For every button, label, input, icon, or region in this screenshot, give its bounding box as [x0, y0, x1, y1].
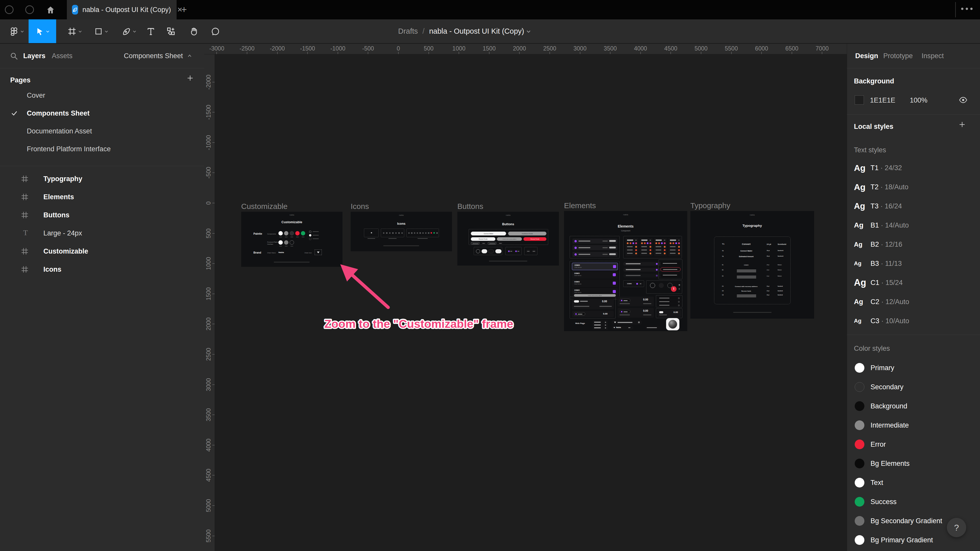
- text-style-row[interactable]: Ag B3 · 11/13: [847, 254, 980, 273]
- comment-tool-button[interactable]: [206, 19, 225, 43]
- frame-tool-button[interactable]: [63, 19, 86, 43]
- move-tool-button[interactable]: [29, 19, 56, 43]
- decor: [632, 242, 634, 244]
- color-style-row[interactable]: Intermediate: [847, 416, 980, 435]
- page-row[interactable]: Cover: [0, 87, 204, 105]
- ruler-vertical[interactable]: -2000-1500-1000-500050010001500200025003…: [204, 54, 215, 551]
- page-row[interactable]: Components Sheet: [0, 105, 204, 122]
- tab-assets[interactable]: Assets: [52, 52, 73, 60]
- frame-label[interactable]: Icons: [351, 202, 369, 211]
- decor: [274, 262, 310, 262]
- canvas[interactable]: CustomizablenablaCustomizablePaletteComp…: [215, 54, 847, 551]
- hand-tool-button[interactable]: [184, 19, 204, 43]
- document-tab[interactable]: nabla - Outpost UI Kit (Copy) ✕: [67, 0, 177, 19]
- background-row[interactable]: 1E1E1E 100%: [847, 93, 980, 108]
- layer-name: Buttons: [43, 211, 69, 219]
- text-tool-button[interactable]: [142, 19, 160, 43]
- chevron-up-icon: [187, 54, 192, 58]
- page-selector[interactable]: Components Sheet: [124, 52, 192, 60]
- decor: [515, 251, 517, 252]
- tab-prototype[interactable]: Prototype: [883, 52, 913, 60]
- breadcrumb[interactable]: Drafts / nabla - Outpost UI Kit (Copy): [398, 19, 531, 43]
- notifications-circle-icon[interactable]: [25, 5, 34, 14]
- page-row[interactable]: Documentation Asset: [0, 122, 204, 140]
- ruler-label: 500: [424, 45, 433, 52]
- tab-switcher-icon[interactable]: [5, 5, 14, 14]
- decor: [659, 259, 682, 279]
- background-hex[interactable]: 1E1E1E: [870, 97, 895, 104]
- color-style-row[interactable]: Success: [847, 492, 980, 511]
- canvas-frame-typography[interactable]: nablaTypographyT1Convert24 ptSemiboldT2C…: [690, 211, 814, 319]
- style-name: C3: [870, 317, 880, 324]
- text-style-row[interactable]: Ag C2 · 12/Auto: [847, 292, 980, 311]
- canvas-frame-elements[interactable]: nablaElementsComponentOSMOChain ServiceO…: [564, 211, 687, 331]
- layer-row[interactable]: T Typography: [0, 170, 204, 189]
- text-style-row[interactable]: Ag B2 · 12/16: [847, 235, 980, 254]
- figma-main-menu[interactable]: [7, 19, 27, 43]
- eye-icon[interactable]: [959, 96, 967, 104]
- breadcrumb-drafts[interactable]: Drafts: [398, 27, 418, 35]
- color-style-row[interactable]: Secondary: [847, 377, 980, 396]
- ruler-tick: [212, 233, 215, 233]
- ruler-tick: [212, 414, 215, 415]
- add-style-icon[interactable]: [958, 121, 966, 128]
- tab-inspect[interactable]: Inspect: [921, 52, 944, 60]
- add-page-icon[interactable]: [186, 74, 194, 82]
- thumb-text: Icons: [351, 222, 452, 225]
- decor: [489, 243, 495, 244]
- color-style-row[interactable]: Bg Elements: [847, 454, 980, 473]
- layer-row[interactable]: T Buttons: [0, 206, 204, 225]
- text-style-row[interactable]: Ag C3 · 10/Auto: [847, 311, 980, 330]
- layer-row[interactable]: T Elements: [0, 189, 204, 206]
- color-style-row[interactable]: Error: [847, 435, 980, 454]
- style-name: B1: [870, 221, 879, 229]
- frame-label[interactable]: Customizable: [241, 202, 288, 211]
- text-style-row[interactable]: Ag T1 · 24/32: [847, 158, 980, 177]
- shape-tool-button[interactable]: [90, 19, 113, 43]
- tab-design[interactable]: Design: [855, 52, 878, 60]
- frame-label[interactable]: Buttons: [457, 202, 484, 211]
- canvas-frame-icons[interactable]: nablaIcons: [351, 212, 452, 251]
- decor: [482, 243, 485, 244]
- thumb-text: OSMO: [574, 264, 580, 266]
- text-style-row[interactable]: Ag T3 · 16/24: [847, 197, 980, 216]
- color-style-row[interactable]: Primary: [847, 358, 980, 377]
- frame-icon: [21, 265, 30, 273]
- window-menu-icon[interactable]: [961, 8, 973, 10]
- new-tab-icon[interactable]: +: [181, 5, 187, 14]
- pen-tool-button[interactable]: [117, 19, 142, 43]
- frame-label[interactable]: Typography: [690, 201, 730, 210]
- style-value: 18/Auto: [885, 183, 908, 191]
- ruler-tick: [212, 82, 215, 83]
- page-row[interactable]: Frontend Platform Interface: [0, 140, 204, 158]
- ruler-horizontal[interactable]: -3000-2500-2000-1500-1000-50005001000150…: [204, 44, 847, 54]
- tab-layers[interactable]: Layers: [23, 52, 45, 60]
- style-value: 12/16: [885, 240, 902, 248]
- canvas-frame-customizable[interactable]: nablaCustomizablePaletteComponentsFronte…: [241, 212, 342, 267]
- background-color-swatch[interactable]: [855, 95, 864, 105]
- canvas-frame-buttons[interactable]: nablaButtonsConnect WalletInsufficient F…: [457, 212, 559, 265]
- ruler-label: 3000: [205, 378, 212, 391]
- decor: [593, 320, 608, 330]
- decor: [531, 249, 536, 253]
- ruler-label: -3000: [209, 45, 224, 52]
- text-style-row[interactable]: Ag B1 · 14/Auto: [847, 216, 980, 235]
- help-button[interactable]: ?: [947, 518, 966, 537]
- color-style-row[interactable]: Text: [847, 473, 980, 492]
- text-style-row[interactable]: Ag C1 · 15/24: [847, 273, 980, 292]
- home-icon[interactable]: [46, 5, 55, 14]
- decor: [670, 253, 676, 254]
- background-opacity[interactable]: 100%: [910, 97, 928, 104]
- color-style-row[interactable]: Background: [847, 396, 980, 416]
- decor: [578, 314, 582, 314]
- search-icon[interactable]: [10, 52, 18, 60]
- layer-row[interactable]: T Customizable: [0, 243, 204, 261]
- decor: OSMOChain ServiceOSMOChain ServiceOSMOCh…: [570, 261, 620, 299]
- frame-label[interactable]: Elements: [564, 201, 596, 210]
- text-style-row[interactable]: Ag T2 · 18/Auto: [847, 177, 980, 197]
- layer-row[interactable]: T Icons: [0, 261, 204, 279]
- resources-tool-button[interactable]: [161, 19, 181, 43]
- decor: [609, 247, 616, 248]
- decor: [371, 232, 372, 233]
- layer-row[interactable]: T Large - 24px: [0, 225, 204, 243]
